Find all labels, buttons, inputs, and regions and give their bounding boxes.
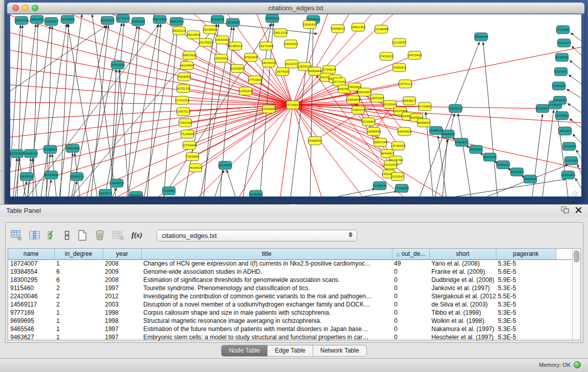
graph-node[interactable]: 10807487	[370, 94, 385, 102]
graph-node[interactable]: 16648784	[474, 33, 489, 41]
cell-short[interactable]: Nakamura et al. (1997)	[429, 325, 496, 333]
citation-edge[interactable]	[215, 170, 224, 196]
table-vertical-scrollbar[interactable]	[572, 249, 580, 340]
window-titlebar[interactable]: citations_edges.txt	[7, 3, 584, 14]
graph-node[interactable]: 7350496	[186, 152, 199, 161]
graph-node[interactable]: 10973493	[407, 51, 422, 59]
citation-edge[interactable]	[280, 105, 293, 196]
cell-name[interactable]: 14569117	[8, 300, 54, 309]
graph-node[interactable]: 19756928	[391, 142, 406, 150]
column-header-name[interactable]: name	[8, 249, 54, 259]
cell-year[interactable]: 1998	[103, 317, 141, 325]
window-resize-grip[interactable]	[571, 190, 576, 195]
graph-node[interactable]: 15751074	[557, 39, 572, 47]
cell-out[interactable]: 0	[392, 309, 429, 317]
graph-node[interactable]: 9450217	[99, 189, 112, 196]
row-height-icon[interactable]	[64, 230, 70, 240]
cell-year[interactable]: 1997	[103, 325, 141, 333]
graph-node[interactable]: 14671958	[153, 15, 167, 24]
cell-blank[interactable]	[556, 268, 572, 276]
citation-edge[interactable]	[573, 134, 581, 143]
graph-node[interactable]: 16649510	[331, 25, 345, 33]
cell-title[interactable]: Structural magnetic resonance image aver…	[141, 317, 392, 325]
graph-node[interactable]: 19861365	[351, 23, 366, 31]
table-row[interactable]: 946362711997Embryonic stem cells: a mode…	[8, 333, 572, 341]
citation-edge[interactable]	[159, 105, 293, 196]
citation-edge[interactable]	[10, 26, 106, 91]
table-row[interactable]: 1830029562008Estimation of significance …	[8, 276, 572, 284]
graph-node[interactable]: 15958123	[448, 104, 463, 113]
cell-short[interactable]: Stergiakouli et al. (2012)	[429, 292, 496, 300]
graph-node[interactable]: 7924560	[178, 73, 191, 81]
graph-node[interactable]: 17453022	[379, 52, 394, 60]
citation-edge[interactable]	[15, 24, 36, 196]
cell-name[interactable]: 9699695	[8, 317, 54, 325]
cell-name[interactable]: 19384554	[8, 268, 54, 276]
graph-node[interactable]: 18824554	[357, 88, 372, 96]
table-row[interactable]: 969969511998Structural magnetic resonanc…	[8, 317, 572, 325]
citation-edge[interactable]	[557, 110, 568, 196]
cell-pr[interactable]: 5.3E-5	[496, 300, 556, 309]
graph-node[interactable]: 19654923	[397, 127, 412, 136]
network-view[interactable]: 1872400719055724206914061095325715276053…	[10, 14, 581, 196]
graph-node[interactable]: 6990444	[309, 67, 321, 75]
scrollbar-thumb[interactable]	[574, 250, 579, 262]
graph-node[interactable]: 19055213	[19, 172, 34, 181]
citation-edge[interactable]	[542, 110, 554, 196]
citation-edge[interactable]	[60, 24, 69, 196]
citation-edge[interactable]	[532, 114, 542, 196]
cell-blank[interactable]	[556, 292, 572, 300]
cell-pr[interactable]: 5.6E-5	[496, 268, 556, 276]
citation-edge[interactable]	[10, 102, 293, 105]
graph-node[interactable]: 13067213	[176, 107, 191, 116]
column-header-in_degree[interactable]: in_degree	[54, 249, 103, 259]
graph-node[interactable]: 15561825	[284, 40, 298, 48]
graph-node[interactable]: 19055724	[14, 16, 29, 25]
graph-node[interactable]: 24224004	[180, 61, 194, 70]
graph-node[interactable]: 18226058	[203, 26, 217, 34]
table-row[interactable]: 911546021997Tourette syndrome. Phenomeno…	[8, 284, 572, 292]
graph-node[interactable]: 15136141	[373, 182, 387, 190]
graph-node[interactable]: 17534260	[395, 184, 409, 192]
cell-short[interactable]: Jankovic et al. (1997)	[429, 284, 496, 292]
citation-edge[interactable]	[567, 89, 581, 98]
cell-year[interactable]: 2008	[103, 259, 141, 268]
cell-out[interactable]: 0	[392, 268, 429, 276]
graph-node[interactable]: 16954222	[496, 161, 510, 169]
cell-indeg[interactable]: 1	[54, 309, 103, 317]
graph-node[interactable]: 9593542	[470, 145, 483, 154]
cell-out[interactable]: 0	[392, 276, 429, 284]
graph-node[interactable]: 9245042	[511, 168, 524, 176]
graph-node[interactable]: 20691406	[30, 15, 45, 24]
cell-year[interactable]: 2009	[103, 268, 141, 276]
graph-node[interactable]: 10953257	[44, 17, 59, 26]
cell-pr[interactable]: 5.9E-5	[496, 276, 556, 284]
graph-node[interactable]: 15276053	[60, 15, 75, 24]
window-resize-grip[interactable]	[575, 193, 578, 196]
cell-indeg[interactable]: 2	[54, 300, 103, 309]
citation-edge[interactable]	[315, 112, 360, 141]
graph-node[interactable]: 10719135	[116, 14, 130, 23]
cell-out[interactable]: 0	[392, 300, 429, 309]
graph-node[interactable]: 16151520	[383, 161, 398, 169]
cell-pr[interactable]: 5.3E-5	[496, 325, 556, 333]
cell-blank[interactable]	[556, 284, 572, 292]
citation-edge[interactable]	[227, 170, 235, 196]
graph-node[interactable]: 15474283	[275, 68, 290, 76]
cell-out[interactable]: 0	[392, 284, 429, 292]
cell-title[interactable]: Investigating the contribution of common…	[141, 292, 392, 300]
cell-indeg[interactable]: 1	[54, 317, 103, 325]
cell-short[interactable]: Hescheler et al. (1997)	[429, 333, 496, 341]
graph-node[interactable]: 16275053	[199, 38, 213, 47]
column-header-short[interactable]: short	[429, 249, 496, 259]
cell-indeg[interactable]: 2	[54, 284, 103, 292]
cell-blank[interactable]	[556, 300, 572, 309]
cell-indeg[interactable]: 1	[54, 325, 103, 333]
graph-node[interactable]: 22754448	[182, 141, 197, 149]
cell-short[interactable]: Wolkin et al. (1998)	[429, 317, 496, 325]
citation-edge[interactable]	[577, 164, 581, 174]
cell-indeg[interactable]: 6	[54, 268, 103, 276]
graph-node[interactable]: 9734024	[323, 65, 336, 74]
cell-blank[interactable]	[556, 333, 572, 341]
graph-node[interactable]: 8912954	[187, 31, 200, 39]
